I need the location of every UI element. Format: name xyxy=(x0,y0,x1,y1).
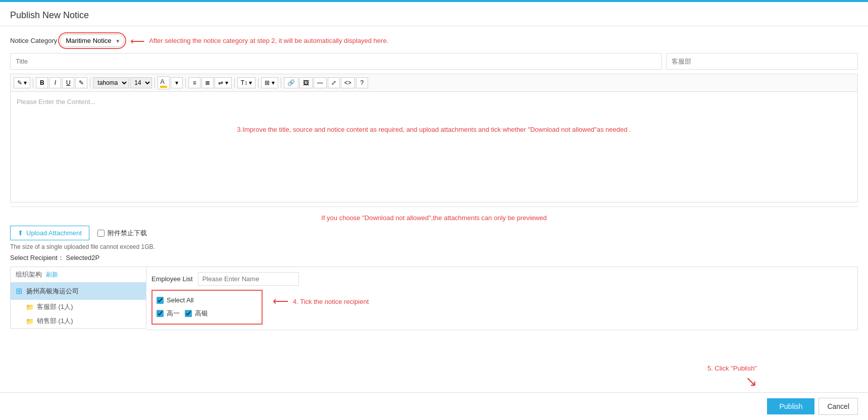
toolbar-sep-7 xyxy=(281,78,281,88)
file-size-hint: The size of a single uploaded file canno… xyxy=(10,243,858,250)
page-title: Publish New Notice xyxy=(10,10,858,21)
toolbar-align-btn[interactable]: ⇌ ▾ xyxy=(215,77,231,88)
category-hint: After selecting the notice category at s… xyxy=(149,37,388,44)
org-header: 组织架构 刷新 xyxy=(11,267,146,282)
employee-panel: Employee List Select All xyxy=(146,267,858,330)
step4-hint: 4. Tick the notice recipient xyxy=(293,298,369,305)
step5-hint: 5. Click "Publish" xyxy=(707,364,757,372)
toolbar-hr-btn[interactable]: — xyxy=(314,77,327,88)
toolbar-strikethrough-btn[interactable]: ✎ xyxy=(75,77,87,88)
employee-name-1: 高银 xyxy=(195,309,208,318)
step4-annotation: ⟵ 4. Tick the notice recipient xyxy=(273,295,369,308)
notice-category-row: Notice Category Maritime Notice ⟵ After … xyxy=(10,34,858,47)
toolbar-text-height-btn[interactable]: T↕ ▾ xyxy=(237,77,256,88)
toolbar-underline-btn[interactable]: U xyxy=(62,77,74,88)
toolbar-help-btn[interactable]: ? xyxy=(356,77,368,88)
publish-button[interactable]: Publish xyxy=(767,398,814,414)
org-company-name: 扬州高银海运公司 xyxy=(26,287,79,296)
employee-header: Employee List xyxy=(151,272,852,286)
toolbar-font-select[interactable]: tahoma xyxy=(93,77,129,88)
select-recipient-row: Select Recipient： Selected2P xyxy=(10,253,858,262)
step5-annotation: 5. Click "Publish" ↘ xyxy=(707,364,757,390)
source-input[interactable] xyxy=(666,53,858,70)
recipient-label: Select Recipient： xyxy=(10,254,64,261)
editor-toolbar: ✎ ▾ B I U ✎ tahoma 14 A ▾ ≡ ≣ ⇌ ▾ T↕ xyxy=(10,74,858,91)
toolbar-sep-2 xyxy=(90,78,90,88)
toolbar-code-btn[interactable]: <> xyxy=(341,77,355,88)
no-download-label[interactable]: 附件禁止下载 xyxy=(97,229,147,238)
sub-item-name-1: 销售部 (1人) xyxy=(37,317,73,326)
org-company-item[interactable]: ⊞ 扬州高银海运公司 xyxy=(11,282,146,300)
toolbar-bold-btn[interactable]: B xyxy=(36,77,48,88)
toolbar-color-btn[interactable]: A xyxy=(158,76,170,89)
select-all-row: Select All xyxy=(157,295,258,305)
employee-check-1[interactable]: 高银 xyxy=(185,309,208,318)
toolbar-table-btn[interactable]: ⊞ ▾ xyxy=(261,77,278,88)
toolbar-sep-5 xyxy=(234,78,235,88)
folder-icon-1: 📁 xyxy=(26,318,34,325)
employee-checkbox-1[interactable] xyxy=(185,310,192,317)
step5-arrow-icon: ↘ xyxy=(707,373,757,390)
select-all-item[interactable]: Select All xyxy=(157,296,193,304)
employee-check-0[interactable]: 高一 xyxy=(157,309,180,318)
cancel-button[interactable]: Cancel xyxy=(819,398,858,415)
checkbox-area: Select All 高一 高银 xyxy=(151,290,852,325)
attachment-section: If you choose "Download not allowed",the… xyxy=(10,206,858,330)
toolbar-size-select[interactable]: 14 xyxy=(130,77,152,88)
toolbar-list-ol-btn[interactable]: ≣ xyxy=(201,77,214,88)
employee-row-0: 高一 高银 xyxy=(157,307,258,320)
toolbar-image-btn[interactable]: 🖼 xyxy=(299,77,313,88)
refresh-link[interactable]: 刷新 xyxy=(46,271,58,279)
editor-placeholder: Please Enter the Content... xyxy=(17,98,95,106)
upload-attachment-button[interactable]: ⬆ Upload Attachment xyxy=(10,226,89,240)
toolbar-color-arrow-btn[interactable]: ▾ xyxy=(171,77,183,88)
page-header: Publish New Notice xyxy=(0,2,868,26)
notice-category-label: Notice Category xyxy=(10,37,57,44)
employee-name-0: 高一 xyxy=(167,309,180,318)
select-all-checkbox[interactable] xyxy=(157,297,164,304)
toolbar-list-ul-btn[interactable]: ≡ xyxy=(188,77,200,88)
sub-item-name-0: 客服部 (1人) xyxy=(37,302,73,311)
title-input[interactable] xyxy=(10,53,662,70)
toolbar-sep-4 xyxy=(185,78,186,88)
toolbar-pencil-btn[interactable]: ✎ ▾ xyxy=(14,77,30,88)
step3-hint: 3.Improve the title, source and notice c… xyxy=(237,126,631,133)
upload-icon: ⬆ xyxy=(18,229,23,237)
toolbar-sep-1 xyxy=(33,78,33,88)
sub-item-0[interactable]: 📁 客服部 (1人) xyxy=(21,300,146,314)
title-source-row xyxy=(10,53,858,70)
editor-area[interactable]: Please Enter the Content... 3.Improve th… xyxy=(10,91,858,202)
no-download-text: 附件禁止下载 xyxy=(108,229,147,238)
employee-checkbox-0[interactable] xyxy=(157,310,164,317)
employee-list-label: Employee List xyxy=(151,275,193,283)
org-panel: 组织架构 刷新 ⊞ 扬州高银海运公司 📁 客服部 (1人) 📁 xyxy=(10,267,146,329)
toolbar-sep-3 xyxy=(155,78,155,88)
bottom-bar: Publish Cancel xyxy=(0,392,868,420)
toolbar-sep-6 xyxy=(258,78,259,88)
select-all-label: Select All xyxy=(167,296,193,304)
toolbar-fullscreen-btn[interactable]: ⤢ xyxy=(328,77,340,88)
checkbox-list: Select All 高一 高银 xyxy=(151,290,263,325)
notice-category-select[interactable]: Maritime Notice xyxy=(60,34,124,47)
employee-search-input[interactable] xyxy=(198,272,299,286)
sub-items: 📁 客服部 (1人) 📁 销售部 (1人) xyxy=(11,300,146,328)
sub-item-1[interactable]: 📁 销售部 (1人) xyxy=(21,314,146,328)
attachment-row: ⬆ Upload Attachment 附件禁止下载 xyxy=(10,226,858,240)
color-indicator xyxy=(160,86,167,88)
recipient-count: Selected2P xyxy=(66,254,100,261)
upload-label: Upload Attachment xyxy=(26,229,82,237)
toolbar-link-btn[interactable]: 🔗 xyxy=(284,77,298,88)
no-download-checkbox[interactable] xyxy=(97,230,105,237)
category-arrow-icon: ⟵ xyxy=(130,35,145,47)
page-container: Publish New Notice Notice Category Marit… xyxy=(0,2,868,420)
download-hint: If you choose "Download not allowed",the… xyxy=(321,214,546,222)
org-employee-wrapper: 组织架构 刷新 ⊞ 扬州高银海运公司 📁 客服部 (1人) 📁 xyxy=(10,267,858,330)
folder-icon-0: 📁 xyxy=(26,303,34,311)
notice-category-select-wrapper[interactable]: Maritime Notice xyxy=(60,34,124,47)
step4-arrow-icon: ⟵ xyxy=(273,295,289,308)
content-area: Notice Category Maritime Notice ⟵ After … xyxy=(0,26,868,338)
toolbar-italic-btn[interactable]: I xyxy=(49,77,61,88)
org-label: 组织架构 xyxy=(16,270,42,279)
org-company-icon: ⊞ xyxy=(16,286,22,296)
